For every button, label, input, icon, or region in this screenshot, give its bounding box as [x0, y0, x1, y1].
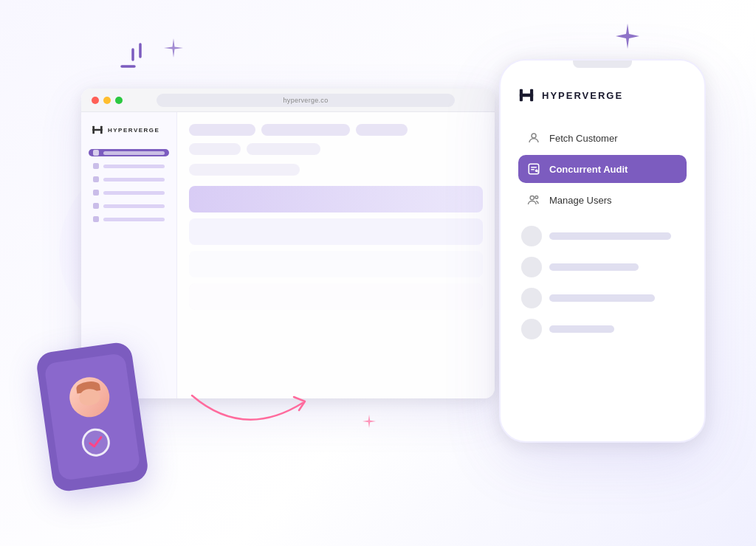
phone-list-row-1	[521, 226, 684, 246]
fetch-customer-label: Fetch Customer	[549, 133, 617, 144]
browser-body: HYPERVERGE	[81, 112, 495, 398]
arrow-decoration	[185, 381, 332, 443]
svg-rect-5	[92, 129, 102, 131]
phone-notch	[573, 61, 632, 68]
sidebar-item-1[interactable]	[89, 162, 169, 170]
svg-rect-8	[520, 94, 533, 97]
phone-content: HYPERVERGE Fetch Customer Concurrent Aud…	[501, 68, 704, 362]
sidebar-item-3[interactable]	[89, 189, 169, 196]
phone-logo: HYPERVERGE	[518, 87, 687, 103]
content-pill-3	[356, 124, 408, 136]
checkmark-icon	[88, 435, 104, 449]
menu-item-concurrent-audit[interactable]: Concurrent Audit	[518, 155, 687, 183]
content-row-2	[189, 251, 483, 277]
accent-lines-decoration	[118, 41, 162, 95]
content-row-1	[189, 218, 483, 245]
list-bar-4	[549, 325, 614, 333]
sidebar-item-active[interactable]	[89, 149, 169, 156]
phone-logo-text: HYPERVERGE	[542, 90, 623, 101]
users-icon	[527, 193, 540, 207]
menu-item-fetch-customer[interactable]: Fetch Customer	[518, 124, 687, 152]
content-row-3	[189, 283, 483, 310]
sidebar-label	[103, 151, 165, 155]
sidebar-item-2[interactable]	[89, 176, 169, 183]
list-avatar-4	[521, 319, 542, 339]
sidebar-label	[103, 191, 165, 195]
scene: hyperverge.co HYPERVERGE	[0, 0, 756, 546]
svg-point-9	[532, 134, 536, 138]
phone-mockup-right: HYPERVERGE Fetch Customer Concurrent Aud…	[499, 59, 706, 443]
sidebar-icon	[93, 176, 99, 182]
browser-dot-green	[115, 97, 123, 104]
menu-item-manage-users[interactable]: Manage Users	[518, 186, 687, 214]
sidebar-label	[103, 218, 165, 221]
content-pill-4	[189, 143, 241, 155]
content-pill-6	[189, 164, 300, 176]
checkmark-circle	[80, 426, 111, 458]
sparkle-tl-icon	[162, 37, 185, 62]
content-row-highlighted	[189, 186, 483, 212]
list-bar-2	[549, 263, 639, 271]
sidebar-label	[103, 165, 165, 168]
person-icon	[527, 131, 540, 145]
svg-point-11	[535, 169, 538, 172]
sidebar-icon	[93, 203, 99, 209]
sidebar-item-5[interactable]	[89, 215, 169, 223]
svg-point-13	[535, 196, 538, 198]
content-pill-5	[247, 143, 320, 155]
sparkle-tr-icon	[614, 22, 642, 53]
phone-list-row-3	[521, 288, 684, 308]
list-avatar-3	[521, 288, 542, 308]
sidebar-icon	[93, 216, 99, 222]
browser-logo: HYPERVERGE	[89, 124, 169, 136]
content-header	[189, 124, 483, 136]
content-pill-2	[261, 124, 350, 136]
sidebar-item-4[interactable]	[89, 202, 169, 210]
list-bar-3	[549, 294, 655, 302]
browser-content-area	[177, 112, 495, 398]
sparkle-sm-icon	[362, 414, 377, 432]
sidebar-label	[103, 204, 165, 208]
phone-list-row-2	[521, 257, 684, 277]
content-subheader	[189, 143, 483, 155]
sidebar-label	[103, 178, 165, 182]
sidebar-icon	[93, 150, 99, 156]
browser-url-bar: hyperverge.co	[157, 94, 455, 107]
list-bar-1	[549, 232, 671, 240]
audit-icon	[527, 162, 540, 176]
browser-window: hyperverge.co HYPERVERGE	[81, 89, 495, 398]
hv-logo-icon-phone	[518, 87, 535, 103]
browser-logo-text: HYPERVERGE	[108, 127, 159, 134]
content-pill-1	[189, 124, 255, 136]
list-avatar-1	[521, 226, 542, 246]
phone-small-screen	[44, 353, 140, 481]
browser-dot-yellow	[103, 97, 111, 104]
phone-list-section	[518, 226, 687, 339]
sidebar-icon	[93, 163, 99, 169]
url-text: hyperverge.co	[284, 97, 329, 104]
browser-dot-red	[92, 97, 99, 104]
avatar	[67, 375, 112, 420]
manage-users-label: Manage Users	[549, 195, 612, 206]
sidebar-icon	[93, 190, 99, 196]
phone-small-left	[35, 341, 149, 493]
svg-point-12	[530, 196, 534, 199]
list-avatar-2	[521, 257, 542, 277]
concurrent-audit-label: Concurrent Audit	[549, 164, 628, 175]
hv-logo-icon-browser	[92, 124, 103, 136]
phone-list-row-4	[521, 319, 684, 339]
